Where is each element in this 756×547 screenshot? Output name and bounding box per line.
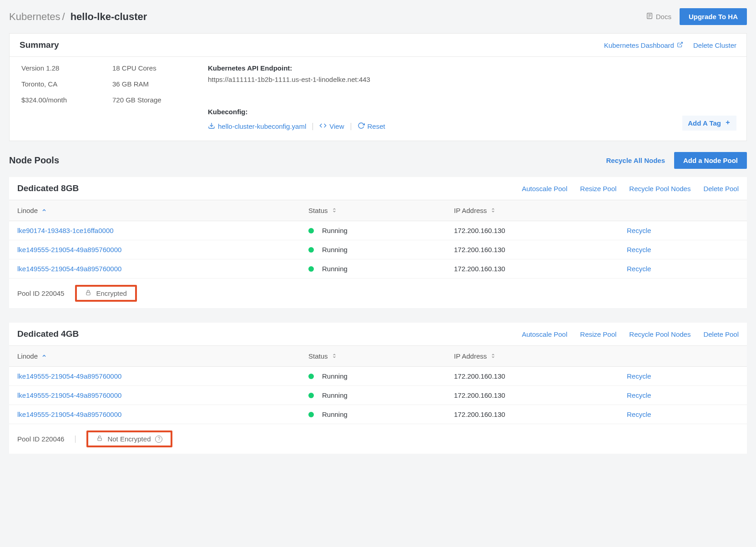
autoscale-pool-link[interactable]: Autoscale Pool	[522, 330, 567, 338]
column-linode[interactable]: Linode	[17, 207, 308, 214]
ip-address: 172.200.160.130	[454, 227, 505, 234]
ip-address: 172.200.160.130	[454, 410, 505, 418]
resize-pool-link[interactable]: Resize Pool	[580, 330, 616, 338]
autoscale-pool-link[interactable]: Autoscale Pool	[522, 185, 567, 192]
add-node-pool-button[interactable]: Add a Node Pool	[674, 152, 747, 169]
kubeconfig-view-link[interactable]: View	[319, 122, 344, 131]
add-tag-button[interactable]: Add A Tag	[682, 116, 736, 131]
download-icon	[208, 122, 215, 131]
delete-pool-link[interactable]: Delete Pool	[703, 185, 739, 192]
ram-value: 36 GB RAM	[112, 80, 208, 88]
table-row: lke149555-219054-49a895760000 Running 17…	[9, 367, 747, 386]
summary-panel: Summary Kubernetes Dashboard Delete Clus…	[9, 33, 747, 141]
kubeconfig-download-link[interactable]: hello-cluster-kubeconfig.yaml	[208, 122, 306, 131]
summary-header: Summary Kubernetes Dashboard Delete Clus…	[10, 34, 746, 57]
view-label: View	[329, 122, 344, 130]
pool-title: Dedicated 4GB	[17, 329, 79, 339]
status-text: Running	[322, 246, 348, 253]
status-text: Running	[322, 410, 348, 418]
node-link[interactable]: lke149555-219054-49a895760000	[17, 246, 121, 253]
kubernetes-dashboard-link[interactable]: Kubernetes Dashboard	[604, 41, 683, 49]
node-pool-panel: Dedicated 4GB Autoscale Pool Resize Pool…	[9, 323, 747, 454]
sort-icon	[332, 207, 337, 214]
status-dot-icon	[308, 393, 314, 398]
sort-icon	[490, 207, 496, 214]
breadcrumb-current: hello-lke-cluster	[71, 11, 147, 23]
recycle-node-link[interactable]: Recycle	[627, 246, 739, 253]
help-icon[interactable]: ?	[155, 436, 162, 443]
node-link[interactable]: lke149555-219054-49a895760000	[17, 410, 121, 418]
pool-header: Dedicated 8GB Autoscale Pool Resize Pool…	[9, 177, 747, 200]
ip-address: 172.200.160.130	[454, 391, 505, 399]
node-link[interactable]: lke149555-219054-49a895760000	[17, 372, 121, 380]
kubeconfig-block: Kubeconfig: hello-cluster-kubeconfig.yam…	[208, 108, 735, 131]
plus-icon	[725, 119, 731, 127]
kubeconfig-label: Kubeconfig:	[208, 108, 735, 116]
node-link[interactable]: lke90174-193483-1ce16ffa0000	[17, 227, 114, 234]
docs-label: Docs	[656, 13, 671, 20]
encryption-label: Not Encrypted	[107, 435, 151, 443]
column-status[interactable]: Status	[308, 207, 454, 214]
node-pool-panel: Dedicated 8GB Autoscale Pool Resize Pool…	[9, 177, 747, 308]
node-link[interactable]: lke149555-219054-49a895760000	[17, 391, 121, 399]
sort-asc-icon	[41, 352, 47, 360]
pool-actions: Autoscale Pool Resize Pool Recycle Pool …	[522, 185, 739, 192]
recycle-node-link[interactable]: Recycle	[627, 391, 739, 399]
refresh-icon	[358, 122, 365, 131]
api-endpoint-label: Kubernetes API Endpoint:	[208, 64, 735, 72]
encryption-badge: Encrypted	[75, 285, 137, 302]
upgrade-ha-button[interactable]: Upgrade To HA	[680, 8, 747, 25]
column-ip[interactable]: IP Address	[454, 207, 627, 214]
encryption-badge: Not Encrypted ?	[86, 431, 172, 447]
kubeconfig-reset-link[interactable]: Reset	[358, 122, 385, 131]
status-dot-icon	[308, 412, 314, 417]
kubeconfig-file-label: hello-cluster-kubeconfig.yaml	[218, 122, 306, 130]
header-actions: Docs Upgrade To HA	[646, 8, 747, 25]
pool-title: Dedicated 8GB	[17, 183, 79, 193]
pool-header: Dedicated 4GB Autoscale Pool Resize Pool…	[9, 323, 747, 345]
recycle-node-link[interactable]: Recycle	[627, 227, 739, 234]
status-text: Running	[322, 265, 348, 273]
node-link[interactable]: lke149555-219054-49a895760000	[17, 265, 121, 273]
recycle-pool-nodes-link[interactable]: Recycle Pool Nodes	[629, 330, 690, 338]
pool-id: Pool ID 220045	[17, 289, 64, 297]
ip-address: 172.200.160.130	[454, 372, 505, 380]
status-dot-icon	[308, 266, 314, 272]
status-text: Running	[322, 391, 348, 399]
recycle-pool-nodes-link[interactable]: Recycle Pool Nodes	[629, 185, 690, 192]
column-status[interactable]: Status	[308, 352, 454, 360]
delete-pool-link[interactable]: Delete Pool	[703, 330, 739, 338]
reset-label: Reset	[368, 122, 385, 130]
document-icon	[646, 12, 653, 21]
recycle-all-nodes-link[interactable]: Recycle All Nodes	[606, 157, 665, 164]
status-dot-icon	[308, 247, 314, 253]
status-dot-icon	[308, 228, 314, 233]
column-ip[interactable]: IP Address	[454, 352, 627, 360]
breadcrumb-parent[interactable]: Kubernetes	[9, 11, 60, 23]
summary-body: Version 1.28 Toronto, CA $324.00/month 1…	[10, 57, 746, 141]
table-row: lke149555-219054-49a895760000 Running 17…	[9, 405, 747, 424]
ip-address: 172.200.160.130	[454, 246, 505, 253]
node-pools-header: Node Pools Recycle All Nodes Add a Node …	[0, 152, 756, 177]
pool-footer: Pool ID 220046 Not Encrypted ?	[9, 424, 747, 454]
lock-open-icon	[96, 435, 103, 443]
code-icon	[319, 122, 327, 131]
summary-col-2: 18 CPU Cores 36 GB RAM 720 GB Storage	[112, 64, 208, 131]
encryption-label: Encrypted	[96, 289, 127, 297]
dashboard-link-label: Kubernetes Dashboard	[604, 41, 674, 49]
docs-link[interactable]: Docs	[646, 12, 671, 21]
ip-address: 172.200.160.130	[454, 265, 505, 273]
divider	[75, 436, 76, 443]
table-row: lke149555-219054-49a895760000 Running 17…	[9, 386, 747, 405]
recycle-node-link[interactable]: Recycle	[627, 372, 739, 380]
status-dot-icon	[308, 374, 314, 379]
page-header: Kubernetes / hello-lke-cluster Docs Upgr…	[0, 0, 756, 33]
table-row: lke149555-219054-49a895760000 Running 17…	[9, 240, 747, 259]
recycle-node-link[interactable]: Recycle	[627, 410, 739, 418]
recycle-node-link[interactable]: Recycle	[627, 265, 739, 273]
column-linode[interactable]: Linode	[17, 352, 308, 360]
delete-cluster-link[interactable]: Delete Cluster	[693, 41, 736, 49]
pool-actions: Autoscale Pool Resize Pool Recycle Pool …	[522, 330, 739, 338]
region-value: Toronto, CA	[21, 80, 112, 88]
resize-pool-link[interactable]: Resize Pool	[580, 185, 616, 192]
